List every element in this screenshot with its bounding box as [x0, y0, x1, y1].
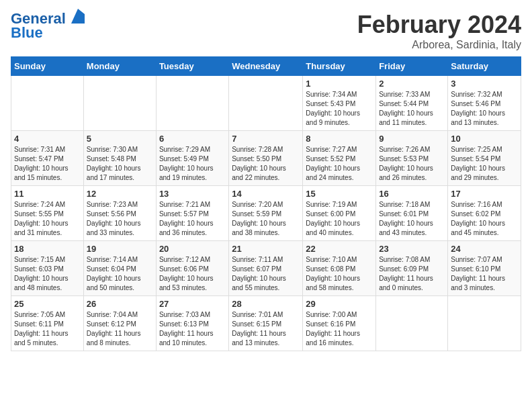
day-info: Sunrise: 7:25 AMSunset: 5:54 PMDaylight:…	[451, 145, 518, 183]
header-cell-friday: Friday	[376, 57, 448, 76]
day-info: Sunrise: 7:31 AMSunset: 5:47 PMDaylight:…	[14, 145, 81, 183]
day-info: Sunrise: 7:27 AMSunset: 5:52 PMDaylight:…	[306, 145, 373, 183]
day-info: Sunrise: 7:29 AMSunset: 5:49 PMDaylight:…	[159, 145, 226, 183]
day-number: 29	[306, 299, 373, 309]
day-number: 12	[87, 189, 153, 199]
header-cell-thursday: Thursday	[303, 57, 376, 76]
day-number: 14	[232, 189, 300, 199]
day-cell: 2Sunrise: 7:33 AMSunset: 5:44 PMDaylight…	[376, 76, 448, 131]
day-number: 20	[159, 244, 226, 254]
day-cell	[156, 76, 228, 131]
day-cell	[448, 296, 521, 351]
day-number: 25	[14, 299, 81, 309]
day-cell: 20Sunrise: 7:12 AMSunset: 6:06 PMDayligh…	[156, 241, 228, 296]
day-info: Sunrise: 7:32 AMSunset: 5:46 PMDaylight:…	[451, 90, 518, 128]
day-cell: 18Sunrise: 7:15 AMSunset: 6:03 PMDayligh…	[11, 241, 84, 296]
day-info: Sunrise: 7:19 AMSunset: 6:00 PMDaylight:…	[306, 200, 373, 238]
day-number: 16	[379, 189, 445, 199]
day-info: Sunrise: 7:20 AMSunset: 5:59 PMDaylight:…	[232, 200, 300, 238]
day-cell: 4Sunrise: 7:31 AMSunset: 5:47 PMDaylight…	[11, 131, 84, 186]
day-number: 27	[159, 299, 226, 309]
day-number: 21	[232, 244, 300, 254]
day-info: Sunrise: 7:18 AMSunset: 6:01 PMDaylight:…	[379, 200, 445, 238]
day-number: 13	[159, 189, 226, 199]
day-cell: 10Sunrise: 7:25 AMSunset: 5:54 PMDayligh…	[448, 131, 521, 186]
week-row-3: 11Sunrise: 7:24 AMSunset: 5:55 PMDayligh…	[11, 186, 521, 241]
day-cell: 17Sunrise: 7:16 AMSunset: 6:02 PMDayligh…	[448, 186, 521, 241]
day-cell: 13Sunrise: 7:21 AMSunset: 5:57 PMDayligh…	[156, 186, 228, 241]
day-info: Sunrise: 7:14 AMSunset: 6:04 PMDaylight:…	[87, 255, 153, 293]
day-cell	[376, 296, 448, 351]
svg-marker-0	[71, 9, 85, 24]
week-row-2: 4Sunrise: 7:31 AMSunset: 5:47 PMDaylight…	[11, 131, 521, 186]
day-cell	[11, 76, 84, 131]
day-info: Sunrise: 7:15 AMSunset: 6:03 PMDaylight:…	[14, 255, 81, 293]
day-number: 7	[232, 134, 300, 144]
day-info: Sunrise: 7:11 AMSunset: 6:07 PMDaylight:…	[232, 255, 300, 293]
day-info: Sunrise: 7:21 AMSunset: 5:57 PMDaylight:…	[159, 200, 226, 238]
day-cell: 14Sunrise: 7:20 AMSunset: 5:59 PMDayligh…	[229, 186, 303, 241]
day-info: Sunrise: 7:28 AMSunset: 5:50 PMDaylight:…	[232, 145, 300, 183]
day-cell: 12Sunrise: 7:23 AMSunset: 5:56 PMDayligh…	[83, 186, 156, 241]
day-info: Sunrise: 7:00 AMSunset: 6:16 PMDaylight:…	[306, 310, 373, 348]
day-number: 1	[306, 79, 373, 89]
day-number: 4	[14, 134, 81, 144]
day-number: 9	[379, 134, 445, 144]
day-info: Sunrise: 7:30 AMSunset: 5:48 PMDaylight:…	[87, 145, 153, 183]
day-number: 15	[306, 189, 373, 199]
day-cell	[83, 76, 156, 131]
page-header: General Blue February 2024 Arborea, Sard…	[11, 11, 521, 51]
day-info: Sunrise: 7:23 AMSunset: 5:56 PMDaylight:…	[87, 200, 153, 238]
calendar-title: February 2024	[357, 11, 521, 39]
day-cell	[229, 76, 303, 131]
day-cell: 29Sunrise: 7:00 AMSunset: 6:16 PMDayligh…	[303, 296, 376, 351]
week-row-4: 18Sunrise: 7:15 AMSunset: 6:03 PMDayligh…	[11, 241, 521, 296]
day-info: Sunrise: 7:04 AMSunset: 6:12 PMDaylight:…	[87, 310, 153, 348]
day-info: Sunrise: 7:01 AMSunset: 6:15 PMDaylight:…	[232, 310, 300, 348]
calendar-table: SundayMondayTuesdayWednesdayThursdayFrid…	[11, 56, 521, 351]
title-block: February 2024 Arborea, Sardinia, Italy	[357, 11, 521, 51]
day-info: Sunrise: 7:24 AMSunset: 5:55 PMDaylight:…	[14, 200, 81, 238]
header-cell-wednesday: Wednesday	[229, 57, 303, 76]
header-cell-saturday: Saturday	[448, 57, 521, 76]
day-number: 2	[379, 79, 445, 89]
day-info: Sunrise: 7:12 AMSunset: 6:06 PMDaylight:…	[159, 255, 226, 293]
logo: General Blue	[11, 11, 85, 42]
week-row-5: 25Sunrise: 7:05 AMSunset: 6:11 PMDayligh…	[11, 296, 521, 351]
day-cell: 8Sunrise: 7:27 AMSunset: 5:52 PMDaylight…	[303, 131, 376, 186]
header-cell-monday: Monday	[83, 57, 156, 76]
header-cell-sunday: Sunday	[11, 57, 84, 76]
day-cell: 1Sunrise: 7:34 AMSunset: 5:43 PMDaylight…	[303, 76, 376, 131]
day-cell: 19Sunrise: 7:14 AMSunset: 6:04 PMDayligh…	[83, 241, 156, 296]
day-info: Sunrise: 7:16 AMSunset: 6:02 PMDaylight:…	[451, 200, 518, 238]
day-number: 24	[451, 244, 518, 254]
day-info: Sunrise: 7:33 AMSunset: 5:44 PMDaylight:…	[379, 90, 445, 128]
day-info: Sunrise: 7:05 AMSunset: 6:11 PMDaylight:…	[14, 310, 81, 348]
day-number: 18	[14, 244, 81, 254]
day-cell: 28Sunrise: 7:01 AMSunset: 6:15 PMDayligh…	[229, 296, 303, 351]
calendar-subtitle: Arborea, Sardinia, Italy	[357, 39, 521, 51]
day-number: 23	[379, 244, 445, 254]
day-cell: 11Sunrise: 7:24 AMSunset: 5:55 PMDayligh…	[11, 186, 84, 241]
logo-icon	[71, 9, 85, 24]
day-cell: 26Sunrise: 7:04 AMSunset: 6:12 PMDayligh…	[83, 296, 156, 351]
header-row: SundayMondayTuesdayWednesdayThursdayFrid…	[11, 57, 521, 76]
day-number: 28	[232, 299, 300, 309]
day-cell: 23Sunrise: 7:08 AMSunset: 6:09 PMDayligh…	[376, 241, 448, 296]
day-cell: 3Sunrise: 7:32 AMSunset: 5:46 PMDaylight…	[448, 76, 521, 131]
day-cell: 6Sunrise: 7:29 AMSunset: 5:49 PMDaylight…	[156, 131, 228, 186]
day-number: 26	[87, 299, 153, 309]
day-cell: 16Sunrise: 7:18 AMSunset: 6:01 PMDayligh…	[376, 186, 448, 241]
day-info: Sunrise: 7:03 AMSunset: 6:13 PMDaylight:…	[159, 310, 226, 348]
day-info: Sunrise: 7:34 AMSunset: 5:43 PMDaylight:…	[306, 90, 373, 128]
day-number: 11	[14, 189, 81, 199]
day-number: 3	[451, 79, 518, 89]
day-cell: 9Sunrise: 7:26 AMSunset: 5:53 PMDaylight…	[376, 131, 448, 186]
week-row-1: 1Sunrise: 7:34 AMSunset: 5:43 PMDaylight…	[11, 76, 521, 131]
day-cell: 25Sunrise: 7:05 AMSunset: 6:11 PMDayligh…	[11, 296, 84, 351]
day-info: Sunrise: 7:07 AMSunset: 6:10 PMDaylight:…	[451, 255, 518, 293]
day-cell: 24Sunrise: 7:07 AMSunset: 6:10 PMDayligh…	[448, 241, 521, 296]
day-cell: 5Sunrise: 7:30 AMSunset: 5:48 PMDaylight…	[83, 131, 156, 186]
header-cell-tuesday: Tuesday	[156, 57, 228, 76]
day-cell: 22Sunrise: 7:10 AMSunset: 6:08 PMDayligh…	[303, 241, 376, 296]
